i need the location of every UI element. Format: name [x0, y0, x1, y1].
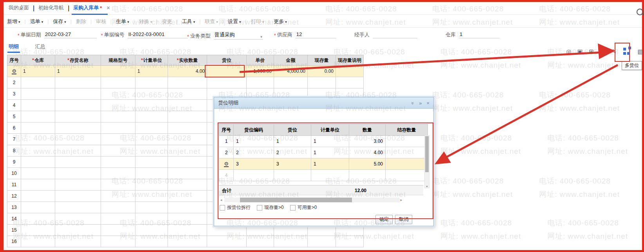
- field-handler-input[interactable]: [373, 31, 417, 38]
- field-biz-type-input[interactable]: 普通采购▾: [214, 31, 263, 40]
- tab-我的桌面[interactable]: 我的桌面: [5, 3, 33, 14]
- toolbar-设置[interactable]: 设置▾: [226, 17, 243, 26]
- viewtab-明细[interactable]: 明细: [9, 43, 19, 53]
- dialog-cell[interactable]: [386, 136, 428, 147]
- row-number[interactable]: 2: [219, 147, 234, 158]
- grid-cell[interactable]: [101, 134, 135, 145]
- grid-cell[interactable]: [21, 191, 55, 202]
- grid-cell[interactable]: 4,000.00: [274, 66, 308, 77]
- grid-cell[interactable]: [207, 77, 247, 88]
- grid-cell[interactable]: [135, 122, 168, 134]
- grid-cell[interactable]: [21, 111, 55, 122]
- grid-cell[interactable]: [168, 202, 207, 213]
- grid-cell[interactable]: [168, 88, 207, 100]
- grid-cell[interactable]: [135, 145, 168, 157]
- toolbar-转换[interactable]: 转换▾: [137, 17, 154, 26]
- viewtab-汇总[interactable]: 汇总: [35, 43, 45, 53]
- grid-cell[interactable]: [168, 134, 207, 145]
- grid-cell[interactable]: [336, 66, 364, 77]
- grid-cell[interactable]: [55, 179, 101, 191]
- grid-cell[interactable]: [135, 225, 168, 236]
- grid-cell[interactable]: [168, 77, 207, 88]
- dialog-cell[interactable]: 5.00: [349, 158, 386, 170]
- grid-cell[interactable]: [207, 66, 247, 77]
- checkbox-icon[interactable]: [257, 205, 262, 211]
- toolbar-选单[interactable]: 选单▾: [29, 17, 45, 26]
- grid-cell[interactable]: [168, 179, 207, 191]
- grid-cell[interactable]: [101, 225, 135, 236]
- grid-cell[interactable]: [21, 77, 55, 88]
- scrollbar-track[interactable]: [224, 198, 400, 202]
- grid-cell[interactable]: 4.00: [168, 66, 207, 77]
- dialog-cell[interactable]: 1: [311, 158, 349, 170]
- collapse-icon[interactable]: »: [410, 101, 416, 104]
- copy-icon[interactable]: ▦: [597, 48, 608, 55]
- grid-cell[interactable]: [168, 122, 207, 134]
- grid-cell[interactable]: [101, 168, 135, 179]
- grid-cell[interactable]: 1: [135, 66, 168, 77]
- grid-cell[interactable]: [21, 157, 55, 168]
- grid-cell[interactable]: [101, 111, 135, 122]
- toolbar-联查[interactable]: 联查▾: [203, 17, 220, 26]
- row-indicator-cell[interactable]: ⚙: [219, 158, 234, 170]
- grid-cell[interactable]: [21, 168, 55, 179]
- grid-cell[interactable]: [135, 157, 168, 168]
- grid-cell[interactable]: [55, 191, 101, 202]
- grid-cell[interactable]: 0.00: [308, 66, 336, 77]
- dialog-cell[interactable]: [386, 158, 428, 170]
- grid-cell[interactable]: [55, 145, 101, 157]
- sum-icon[interactable]: ⊞: [586, 48, 597, 55]
- scroll-left-arrow-icon[interactable]: ◄: [220, 198, 224, 202]
- grid-cell[interactable]: [101, 213, 135, 225]
- grid-cell[interactable]: [101, 145, 135, 157]
- grid-cell[interactable]: [101, 77, 135, 88]
- grid-cell[interactable]: 1: [55, 66, 101, 77]
- grid-cell[interactable]: [135, 77, 168, 88]
- ok-button[interactable]: 确定: [375, 215, 393, 224]
- scrollbar-thumb[interactable]: [240, 198, 352, 202]
- dialog-cell[interactable]: 1: [274, 136, 311, 147]
- search-icon[interactable]: [637, 9, 643, 15]
- dialog-cell[interactable]: 3: [234, 158, 274, 170]
- dialog-cell[interactable]: [311, 170, 349, 181]
- grid-cell[interactable]: [274, 236, 308, 247]
- toolbar-变更[interactable]: 变更: [161, 17, 174, 26]
- grid-cell[interactable]: [135, 202, 168, 213]
- row-indicator-cell[interactable]: ⚙: [7, 66, 21, 77]
- grid-cell[interactable]: [101, 191, 135, 202]
- grid-cell[interactable]: [21, 145, 55, 157]
- gear-icon[interactable]: ⚙: [12, 68, 16, 74]
- dialog-cell[interactable]: [234, 170, 274, 181]
- grid-cell[interactable]: [135, 213, 168, 225]
- grid-cell[interactable]: [55, 213, 101, 225]
- toolbar-审核[interactable]: 审核: [94, 17, 108, 26]
- grid-cell[interactable]: [135, 134, 168, 145]
- dialog-cell[interactable]: 2: [234, 147, 274, 158]
- grid-cell[interactable]: [55, 236, 101, 247]
- grid-cell[interactable]: [101, 100, 135, 111]
- grid-cell[interactable]: [135, 191, 168, 202]
- dialog-cell[interactable]: 2: [274, 147, 311, 158]
- grid-cell[interactable]: [168, 225, 207, 236]
- grid-cell[interactable]: [21, 202, 55, 213]
- grid-cell[interactable]: [168, 213, 207, 225]
- grid-cell[interactable]: [247, 236, 274, 247]
- close-icon[interactable]: ×: [426, 100, 429, 106]
- dialog-cell[interactable]: [274, 170, 311, 181]
- grid-cell[interactable]: [101, 202, 135, 213]
- dialog-cell[interactable]: 3: [274, 158, 311, 170]
- toolbar-删除[interactable]: 删除: [74, 17, 88, 26]
- chevron-down-icon[interactable]: ▾: [260, 35, 262, 39]
- dialog-cell[interactable]: [386, 147, 428, 158]
- grid-cell[interactable]: [55, 88, 101, 100]
- dialog-cell[interactable]: 4.00: [349, 147, 386, 158]
- checkbox-icon[interactable]: [220, 205, 225, 211]
- multi-location-icon[interactable]: +: [623, 48, 631, 55]
- grid-cell[interactable]: [55, 168, 101, 179]
- checkbox-可用量>0[interactable]: 可用量>0: [290, 204, 317, 211]
- locate-icon[interactable]: ◎: [563, 48, 574, 55]
- grid-cell[interactable]: [135, 168, 168, 179]
- grid-cell[interactable]: 1,000.00: [247, 66, 274, 77]
- dialog-cell[interactable]: [349, 170, 386, 181]
- grid-cell[interactable]: [21, 213, 55, 225]
